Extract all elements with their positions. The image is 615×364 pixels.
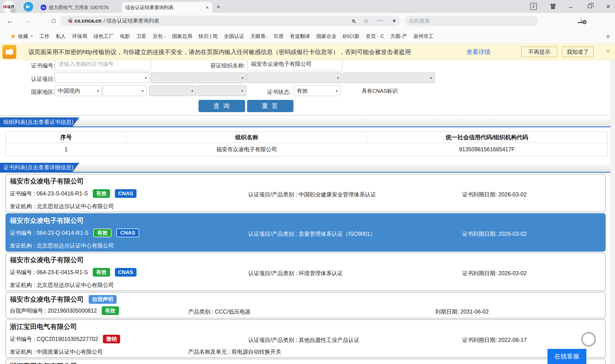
bookmark-item[interactable]: 首页 - C bbox=[366, 33, 384, 40]
bookmark-item[interactable]: 快启 | 简 bbox=[199, 33, 218, 40]
bookmark-label: BSCI新 bbox=[343, 33, 359, 40]
status-label: 证书状态: bbox=[257, 88, 291, 96]
reset-button[interactable]: 重 置 bbox=[247, 100, 293, 112]
bookmark-star-icon[interactable]: ☆ bbox=[363, 17, 369, 25]
bookmark-item[interactable]: 绿色工厂 bbox=[94, 33, 114, 40]
project-label: 认证项目: bbox=[21, 75, 55, 83]
restore-button[interactable] bbox=[588, 4, 592, 8]
bookmark-item[interactable]: 豆包 - bbox=[153, 33, 166, 40]
query-button[interactable]: 查 询 bbox=[199, 100, 245, 112]
company-name: 浙江宝田电气有限公司 bbox=[10, 322, 77, 331]
region-select[interactable]: 中国境内▼ bbox=[55, 85, 102, 96]
theme-icon[interactable] bbox=[550, 3, 556, 9]
bookmark-item[interactable]: 环保局 bbox=[72, 33, 87, 40]
bookmark-item[interactable]: 方圆-产 bbox=[390, 33, 407, 40]
cert-number: 证书编号 : 064-23-Q-0414-R1-S bbox=[10, 229, 88, 237]
bookmark-item[interactable]: 百度 bbox=[273, 33, 284, 40]
close-window-button[interactable]: × bbox=[606, 2, 610, 11]
bookmark-label: 卫星 bbox=[136, 33, 146, 40]
insecure-lock-icon[interactable]: × bbox=[68, 20, 72, 22]
search-placeholder: 点此搜索 bbox=[409, 17, 430, 25]
new-tab-button[interactable]: + bbox=[216, 3, 221, 11]
issuing-authority: 发证机构 : 北京思坦达尔认证中心有限公司 bbox=[10, 203, 114, 210]
bookmark-item[interactable]: 私人 bbox=[56, 33, 66, 40]
bookmark-item[interactable]: 卫星 bbox=[136, 33, 146, 40]
bookmark-item[interactable]: 电影 bbox=[120, 33, 130, 40]
got-it-button[interactable]: 我知道了 bbox=[562, 47, 594, 57]
project-select-4: ▼ bbox=[343, 73, 435, 83]
bookmark-list: 工作 私人 环保局 绿色工厂 电影 卫星 bbox=[40, 33, 434, 40]
quick-search-box[interactable]: 点此搜索 bbox=[404, 16, 538, 26]
warning-text: 该页面采用不加密的http传输协议，与你建立的连接不安全，请勿在页面内输入任何敏… bbox=[28, 48, 411, 56]
org-name-input[interactable]: 福安市众凌电子有限公司 bbox=[247, 60, 342, 71]
section-divider bbox=[0, 115, 610, 116]
url-domain: cx.cnca.cn bbox=[74, 18, 102, 24]
home-button[interactable]: ⌂ bbox=[51, 16, 56, 25]
status-badge: 有效 bbox=[102, 306, 119, 315]
cert-card-list: 福安市众凌电子有限公司 证书编号 : 064-23-S-0416-R1-S 有效… bbox=[6, 174, 606, 364]
bookmark-item[interactable]: 泉州市工 bbox=[413, 33, 434, 40]
bookmark-label: 私人 bbox=[56, 33, 66, 40]
banner-close-icon[interactable]: × bbox=[606, 47, 610, 55]
favorites-menu[interactable]: ★ 收藏 ▼ bbox=[10, 32, 33, 40]
cnas-checkbox[interactable]: 具有CNAS标识 bbox=[362, 87, 397, 95]
cert-card[interactable]: 浙江宝田电气有限公司 bbox=[6, 359, 606, 364]
back-to-top-button[interactable] bbox=[581, 332, 596, 347]
province-select[interactable]: ▼ bbox=[103, 85, 147, 96]
chevron-down-icon[interactable]: ▼ bbox=[392, 18, 396, 24]
bookmark-item[interactable]: 天眼查- bbox=[250, 33, 267, 40]
col-code: 统一社会信用代码/组织机构代码 bbox=[367, 132, 607, 143]
browser-tab-inactive[interactable]: du 德力西电气 万用表 1007076 bbox=[37, 2, 121, 13]
cnas-badge: CNAS bbox=[116, 229, 139, 237]
browser-app-logo[interactable]: W&BV bbox=[2, 0, 15, 13]
bookmark-item[interactable]: 工作 bbox=[40, 33, 50, 40]
county-select: ▼ bbox=[198, 85, 246, 96]
cert-card[interactable]: 福安市众凌电子有限公司 证书编号 : 064-23-E-0415-R1-S 有效… bbox=[6, 253, 606, 291]
bookmark-label: 首页 - C bbox=[366, 33, 384, 40]
cert-expiry: 证书到期日期: 2026-03-02 bbox=[462, 230, 527, 238]
bookmark-item[interactable]: BSCI新 bbox=[343, 33, 359, 40]
cell-no: 1 bbox=[6, 143, 127, 156]
org-name-label: 获证组织名称: bbox=[202, 62, 245, 69]
browser-titlebar: W&BV du 德力西电气 万用表 1007076 综合认证结果查询列表 × +… bbox=[0, 0, 615, 13]
address-bar[interactable]: × cx.cnca.cn / 综合认证结果查询列表 + ☆ ··· ▼ bbox=[60, 16, 400, 26]
bookmark-item[interactable]: 有道翻译 bbox=[290, 33, 310, 40]
status-badge: 有效 bbox=[93, 229, 111, 237]
bookmark-label: 百度 bbox=[273, 33, 284, 40]
back-button[interactable]: ← bbox=[6, 16, 14, 25]
minimize-button[interactable]: – bbox=[569, 3, 574, 9]
cert-card[interactable]: 福安市众凌电子有限公司 证书编号 : 064-23-Q-0414-R1-S 有效… bbox=[6, 213, 606, 252]
more-actions-icon[interactable]: ··· bbox=[377, 18, 383, 24]
dont-remind-button[interactable]: 不再提示 bbox=[521, 47, 557, 57]
org-table-row[interactable]: 1 福安市众凌电子有限公司 91350981561685417F bbox=[6, 143, 607, 156]
cert-card[interactable]: 福安市众凌电子有限公司 证书编号 : 064-23-S-0416-R1-S 有效… bbox=[6, 174, 606, 212]
browser-tab-active[interactable]: 综合认证结果查询列表 × bbox=[122, 2, 212, 13]
project-select-3: ▼ bbox=[247, 73, 342, 83]
cert-expiry: 证书到期日期: 2026-03-02 bbox=[462, 191, 527, 198]
cert-no-input[interactable]: 请输入准确的证书编号 bbox=[55, 60, 151, 71]
cert-category: 认证项目/产品类别 : 中国职业健康安全管理体系认证 bbox=[248, 191, 376, 198]
bookmark-item[interactable]: 全国认证 bbox=[224, 33, 244, 40]
bookmark-item[interactable]: 国家企业 bbox=[316, 33, 336, 40]
org-list-title: 组织列表(点击查看证书信息) bbox=[0, 117, 79, 127]
cert-list-header: 证书列表(点击查看详细信息) bbox=[0, 163, 610, 173]
telegram-icon[interactable] bbox=[24, 2, 33, 12]
tab-close-icon[interactable]: × bbox=[205, 4, 209, 11]
cert-card[interactable]: 福安市众凌电子有限公司 自我声明 自我声明编号 : 20219603050008… bbox=[6, 292, 606, 318]
bookmarks-overflow-icon[interactable]: » bbox=[606, 32, 610, 40]
tab-count-badge[interactable]: 2 bbox=[530, 3, 537, 10]
cert-expiry: 证书到期日期: 2022-08-17 bbox=[462, 336, 527, 344]
cert-card[interactable]: 浙江宝田电气有限公司 证书编号 : CQC2019010305227702 撤销… bbox=[6, 319, 606, 358]
page-scrollbar[interactable] bbox=[610, 60, 615, 364]
view-details-link[interactable]: 查看详情 bbox=[466, 48, 491, 56]
cert-number: 证书编号 : CQC2019010305227702 bbox=[10, 336, 98, 343]
baidu-favicon: du bbox=[41, 5, 46, 10]
company-name: 浙江宝田电气有限公司 bbox=[10, 362, 77, 364]
online-service-button[interactable]: 在线客服 bbox=[547, 349, 587, 364]
download-icon[interactable]: ↓v bbox=[578, 16, 585, 23]
status-select[interactable]: 有效▼ bbox=[294, 85, 341, 96]
bookmark-item[interactable]: 国家总局 bbox=[172, 33, 192, 40]
project-select-1[interactable]: ▼ bbox=[55, 73, 150, 83]
bookmark-label: 电影 bbox=[120, 33, 130, 40]
zoom-icon[interactable]: + bbox=[352, 19, 355, 23]
